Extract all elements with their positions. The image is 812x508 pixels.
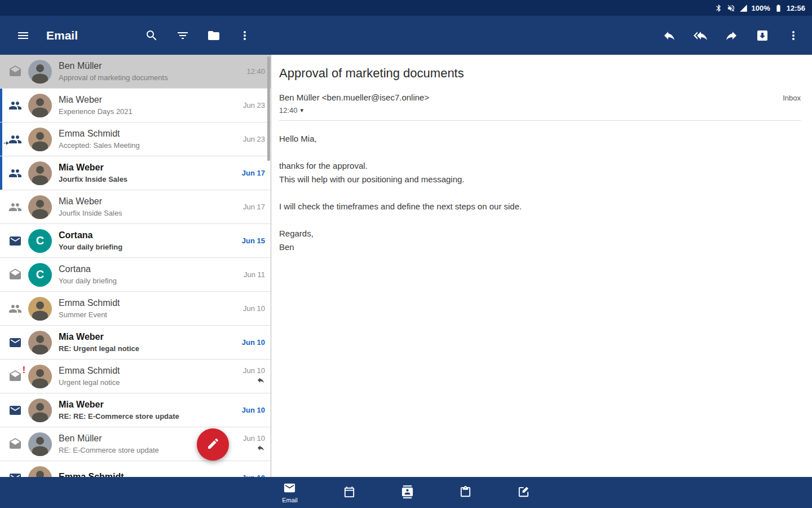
avatar[interactable] [28, 331, 52, 354]
email-list-item[interactable]: Ben MüllerApproval of marketing document… [0, 55, 271, 89]
mail-closed-icon [7, 336, 24, 349]
avatar[interactable]: C [28, 229, 52, 253]
avatar[interactable] [28, 94, 52, 117]
email-summary: Mia WeberRE: RE: E-Commerce store update [59, 400, 242, 421]
email-list-item[interactable]: Emma SchmidtSummer EventJun 10 [0, 292, 271, 326]
subject-line: Jourfix Inside Sales [59, 175, 242, 183]
email-date: Jun 10 [242, 338, 265, 347]
avatar[interactable] [28, 195, 52, 219]
email-date: 12:40 [246, 67, 265, 76]
email-meta: Jun 17 [243, 203, 265, 211]
email-summary: Ben MüllerApproval of marketing document… [59, 61, 246, 82]
email-list-item[interactable]: Mia WeberJourfix Inside SalesJun 17 [0, 190, 271, 224]
filter-icon[interactable] [175, 28, 190, 43]
people-icon [7, 200, 24, 214]
sender-name: Mia Weber [59, 400, 242, 410]
email-summary: Mia WeberJourfix Inside Sales [59, 196, 243, 217]
sender-name: Emma Schmidt [59, 472, 242, 478]
list-scrollbar[interactable] [267, 56, 270, 161]
subject-line: Summer Event [59, 310, 243, 319]
body-line: Hello Mia, [279, 132, 801, 146]
nav-label: Email [282, 497, 298, 503]
body-line: This will help with our positioning and … [279, 173, 801, 186]
compose-fab[interactable] [197, 428, 229, 461]
archive-icon[interactable] [755, 28, 770, 43]
email-list-item[interactable]: Mia WeberJourfix Inside SalesJun 17 [0, 156, 271, 190]
sender-name: Emma Schmidt [59, 129, 243, 139]
avatar[interactable] [28, 60, 52, 84]
sender-name: Mia Weber [59, 163, 242, 173]
email-list-pane: Ben MüllerApproval of marketing document… [0, 55, 271, 477]
bottom-nav-calendar[interactable] [343, 485, 356, 500]
avatar[interactable] [28, 466, 52, 478]
email-list-item[interactable]: Emma SchmidtAccepted: Sales MeetingJun 2… [0, 122, 271, 156]
email-list-item[interactable]: CCortanaYour daily briefingJun 15 [0, 224, 271, 258]
overflow-menu-icon[interactable] [237, 28, 252, 43]
avatar[interactable] [28, 128, 52, 151]
avatar[interactable] [28, 398, 52, 422]
accepted-arrow-icon [3, 139, 10, 149]
mail-open-icon [7, 65, 24, 78]
header-divider [279, 120, 801, 121]
search-icon[interactable] [144, 28, 159, 43]
email-summary: Emma Schmidt [59, 472, 242, 478]
email-meta: 12:40 [246, 67, 265, 76]
email-list-item[interactable]: !Emma SchmidtUrgent legal noticeJun 10 [0, 360, 271, 393]
email-list-item[interactable]: Mia WeberRE: Urgent legal noticeJun 10 [0, 326, 271, 360]
page-title: Email [46, 29, 78, 42]
email-meta: Jun 11 [244, 270, 265, 279]
message-time: 12:40 [279, 106, 298, 115]
mail-open-icon [7, 268, 24, 282]
replied-icon [257, 444, 265, 454]
email-summary: Emma SchmidtUrgent legal notice [59, 366, 243, 387]
people-icon [7, 302, 24, 316]
message-sender: Ben Müller <ben.mueller@isec7.online> [279, 93, 429, 102]
bottom-nav-email[interactable]: Email [282, 481, 298, 503]
email-list-item[interactable]: Mia WeberExperience Days 2021Jun 23 [0, 89, 271, 122]
chevron-down-icon[interactable]: ▾ [301, 107, 304, 114]
status-bar: 100% 12:56 [0, 0, 812, 16]
email-list-item[interactable]: Ben MüllerRE: E-Commerce store updateJun… [0, 427, 271, 461]
reply-icon[interactable] [662, 28, 677, 43]
folder-icon[interactable] [206, 28, 221, 43]
body-line [279, 146, 801, 159]
message-time-row[interactable]: 12:40 ▾ [279, 106, 801, 115]
avatar[interactable] [28, 432, 52, 456]
avatar[interactable] [28, 297, 52, 321]
bottom-nav: Email [0, 477, 812, 508]
signal-icon [739, 4, 748, 12]
email-meta: Jun 23 [243, 135, 265, 143]
people-icon [7, 133, 24, 146]
email-list-item[interactable]: CCortanaYour daily briefingJun 11 [0, 258, 271, 292]
mail-closed-icon [7, 471, 24, 478]
forward-icon[interactable] [724, 28, 739, 43]
email-date: Jun 23 [243, 135, 265, 143]
email-list-item[interactable]: Emma SchmidtJun 10 [0, 461, 271, 477]
email-summary: Mia WeberJourfix Inside Sales [59, 163, 242, 183]
reply-all-icon[interactable] [693, 28, 708, 43]
status-clock: 12:56 [787, 4, 805, 12]
avatar[interactable]: C [28, 263, 52, 287]
avatar[interactable] [28, 161, 52, 185]
message-overflow-icon[interactable] [786, 28, 801, 43]
email-meta: Jun 10 [243, 304, 265, 313]
subject-line: RE: RE: E-Commerce store update [59, 412, 242, 421]
menu-icon[interactable] [16, 28, 30, 43]
bluetooth-icon [714, 4, 723, 12]
body-line: I will check the timeframes and define t… [279, 200, 801, 213]
bottom-nav-notes[interactable] [517, 485, 530, 500]
sender-name: Ben Müller [59, 61, 246, 71]
people-icon [7, 167, 24, 180]
body-line [279, 213, 801, 227]
email-summary: Emma SchmidtAccepted: Sales Meeting [59, 129, 243, 150]
bottom-nav-tasks[interactable] [459, 485, 472, 500]
content-area: Ben MüllerApproval of marketing document… [0, 55, 812, 477]
sender-name: Emma Schmidt [59, 366, 243, 376]
email-icon [283, 481, 296, 496]
email-summary: Mia WeberExperience Days 2021 [59, 95, 243, 116]
body-line: Regards, [279, 227, 801, 240]
bottom-nav-contacts[interactable] [401, 485, 414, 500]
avatar[interactable] [28, 365, 52, 388]
email-list-item[interactable]: Mia WeberRE: RE: E-Commerce store update… [0, 393, 271, 427]
sender-name: Mia Weber [59, 95, 243, 105]
